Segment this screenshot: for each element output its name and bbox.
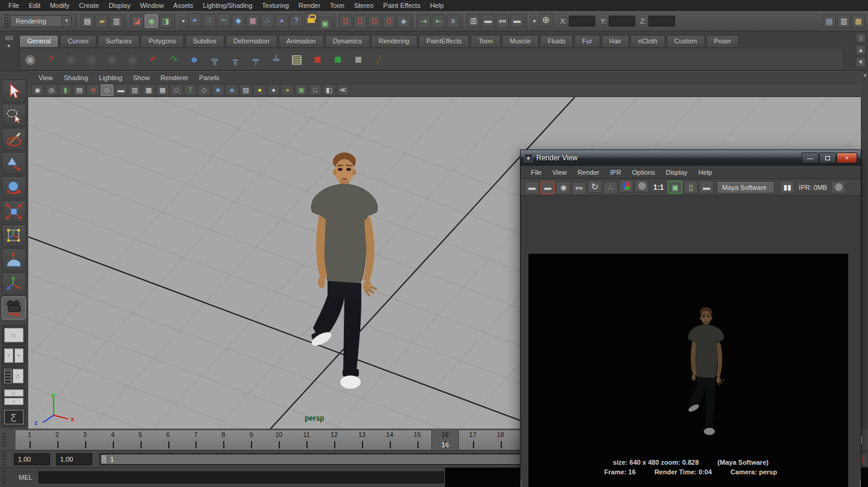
y-input[interactable] (609, 16, 635, 27)
redo-previous-render-icon[interactable]: ▬ (525, 181, 539, 194)
open-render-view-icon[interactable]: ▥ (467, 14, 480, 27)
menu-lighting-shading[interactable]: Lighting/Shading (198, 1, 257, 10)
gate-mask-icon[interactable]: ▩ (142, 84, 155, 96)
shelf-tab-ncloth[interactable]: nCloth (630, 35, 665, 47)
new-scene-icon[interactable]: ▤ (81, 14, 94, 28)
wireframe-icon[interactable]: ◇ (198, 84, 211, 96)
render-current-frame-icon[interactable]: ▬ (481, 14, 495, 27)
show-render-view-icon[interactable]: ◉ (21, 49, 40, 69)
render-view-menu-help[interactable]: Help (693, 168, 718, 177)
z-input[interactable] (648, 16, 675, 27)
mask-surfaces-icon[interactable]: ◆ (232, 14, 245, 27)
redo-icon[interactable]: ↷ (164, 49, 183, 69)
mask-rendering-icon[interactable]: ● (275, 14, 288, 27)
close-button[interactable]: × (837, 152, 857, 163)
output-connections-icon[interactable]: ⇤ (432, 14, 445, 28)
lasso-tool[interactable] (2, 104, 26, 127)
timeline-frame-9[interactable]: 9 (237, 430, 265, 450)
range-start-handle[interactable] (101, 454, 107, 464)
node-graph-icon-4[interactable]: ╧ (267, 49, 286, 69)
timeline-frame-12[interactable]: 12 (320, 430, 348, 450)
menu-edit[interactable]: Edit (24, 1, 45, 10)
tool-settings-toggle-icon[interactable]: ▥ (837, 14, 851, 28)
no-lights-icon[interactable]: ● (281, 84, 294, 96)
timeline-frame-7[interactable]: 7 (182, 430, 210, 450)
highlight-selection-mode-icon[interactable]: ▣ (318, 17, 332, 30)
region-render-icon[interactable]: ∴ (603, 181, 618, 194)
paint-selection-tool[interactable] (2, 128, 26, 151)
undo-icon[interactable]: ↶ (144, 49, 163, 69)
x-input[interactable] (569, 16, 595, 27)
pause-ipr-icon[interactable]: ▮▮ (780, 181, 794, 193)
timeline-frame-3[interactable]: 3 (71, 430, 99, 450)
shelf-menu-arrow-icon[interactable]: ▼ (7, 43, 11, 49)
move-tool[interactable] (2, 152, 26, 175)
render-view-menu-display[interactable]: Display (661, 168, 693, 177)
shelf-menu[interactable]: ▼ (0, 31, 18, 71)
highlight-selection-icon[interactable]: ▣ (295, 84, 308, 96)
layout-four-pane-icon[interactable]: ++ (2, 346, 26, 365)
rendered-image[interactable] (528, 254, 848, 487)
plugin-shapes-icon[interactable]: ≪ (337, 84, 349, 96)
shelf-menu-button[interactable] (4, 35, 14, 41)
render-view-menu-render[interactable]: Render (572, 168, 604, 177)
textured-icon[interactable]: ▨ (239, 84, 252, 96)
symmetry-dropdown-icon[interactable]: ▼ (531, 15, 538, 28)
mask-curves-icon[interactable]: ~ (217, 13, 230, 27)
menu-render[interactable]: Render (294, 1, 325, 10)
layout-persp-graph-icon[interactable]: ◇~ (2, 387, 26, 406)
timeline-frame-17[interactable]: 17 (459, 430, 487, 450)
pane-close-icon[interactable]: × (862, 72, 868, 79)
timeline-frame-18[interactable]: 18 (487, 430, 515, 450)
menu-modify[interactable]: Modify (45, 1, 74, 10)
show-manipulator-tool[interactable] (2, 272, 26, 295)
menu-paint-effects[interactable]: Paint Effects (378, 1, 425, 10)
track-camera-icon[interactable]: ◉ (103, 49, 122, 69)
hypergraph-icon[interactable]: ▤ (287, 49, 306, 69)
menu-set-selector[interactable]: Rendering ▼ (10, 15, 72, 27)
timeline-frame-8[interactable]: 8 (209, 430, 237, 450)
render-view-menu-view[interactable]: View (547, 168, 572, 177)
render-view-titlebar[interactable]: ◈ Render View — × (521, 150, 861, 166)
renderer-selector[interactable]: Maya Software (717, 181, 775, 193)
node-graph-icon-1[interactable]: ╦ (205, 49, 224, 69)
open-scene-icon[interactable]: ▰ (95, 14, 109, 28)
menu-texturing[interactable]: Texturing (257, 1, 294, 10)
roll-camera-icon[interactable]: ◉ (82, 49, 101, 69)
ipr-progress-icon[interactable] (831, 181, 846, 193)
timeline-frame-2[interactable]: 2 (43, 430, 71, 450)
pivot-icon[interactable]: ⊕ (539, 13, 553, 27)
mask-deformers-icon[interactable]: ▦ (246, 14, 259, 27)
panel-menu-view[interactable]: View (33, 73, 59, 83)
timeline-frame-6[interactable]: 6 (154, 430, 182, 450)
wireframe-on-shaded-icon[interactable]: ◈ (226, 84, 238, 96)
timeline-frame-5[interactable]: 5 (127, 430, 154, 450)
bookmark-icon[interactable]: ▮ (59, 84, 72, 96)
duplicate-object-icon[interactable]: ■ (308, 49, 327, 69)
render-current-frame-icon[interactable]: ▬ (540, 181, 555, 194)
playback-range-bar[interactable]: 1 24 (101, 454, 584, 464)
render-view-menu-file[interactable]: File (525, 168, 547, 177)
select-by-object-icon[interactable]: ◉ (145, 14, 158, 28)
channel-box-toggle-icon[interactable]: ▦ (852, 14, 865, 28)
snap-to-curve-icon[interactable]: Ω (353, 14, 367, 28)
two-d-pan-zoom-icon[interactable]: ⊕ (87, 84, 100, 96)
remove-image-icon[interactable]: ▯ (683, 181, 698, 193)
timeline-frame-13[interactable]: 13 (348, 430, 376, 450)
save-scene-icon[interactable]: ▥ (110, 14, 123, 28)
make-live-icon[interactable]: ◈ (397, 14, 410, 28)
refresh-ipr-icon[interactable]: ↻ (588, 180, 602, 193)
render-view-menu-options[interactable]: Options (627, 168, 661, 177)
group-object-icon[interactable]: ■ (349, 49, 368, 69)
layout-dragon-icon[interactable]: Ƹ (2, 407, 26, 427)
shelf-tab-general[interactable]: General (19, 35, 59, 47)
mask-points-icon[interactable]: + (188, 13, 201, 27)
menu-toon[interactable]: Toon (325, 1, 349, 10)
rotate-tool[interactable] (2, 176, 26, 199)
camera-attributes-icon[interactable]: ◎ (45, 84, 58, 96)
shelf-scroll-up-icon[interactable]: ▲ (856, 45, 866, 55)
keep-image-icon[interactable]: ▬ (699, 181, 714, 193)
shelf-tab-hair[interactable]: Hair (601, 35, 629, 47)
character-model[interactable] (293, 147, 395, 400)
menu-window[interactable]: Window (135, 1, 168, 10)
